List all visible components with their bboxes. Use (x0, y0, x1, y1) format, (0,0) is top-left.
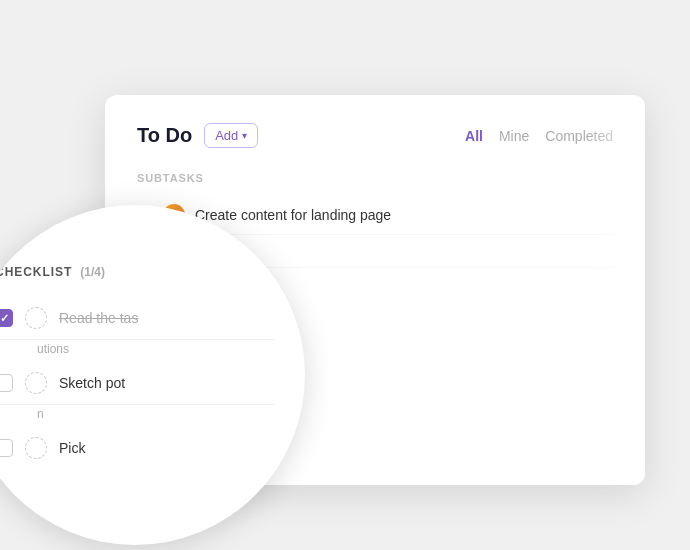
add-button[interactable]: Add ▾ (204, 123, 258, 148)
checklist-checkbox[interactable] (0, 439, 13, 457)
checklist-item-text: Pick (59, 440, 85, 456)
checklist-header: CHECKLIST (1/4) (0, 265, 275, 279)
card-title-area: To Do Add ▾ (137, 123, 258, 148)
scene: To Do Add ▾ All Mine Completed SUBTASKS … (45, 65, 645, 485)
filter-tabs: All Mine Completed (465, 128, 613, 144)
filter-tab-all[interactable]: All (465, 128, 483, 144)
assign-circle (25, 307, 47, 329)
add-button-label: Add (215, 128, 238, 143)
subtasks-section-label: SUBTASKS (137, 172, 613, 184)
subtask-text: Create content for landing page (195, 207, 391, 223)
checklist-item-text: Sketch pot (59, 375, 125, 391)
card-title: To Do (137, 124, 192, 147)
checklist-checkbox[interactable] (0, 309, 13, 327)
checklist-checkbox[interactable] (0, 374, 13, 392)
checklist-title: CHECKLIST (0, 265, 72, 279)
checklist-row: Read the tas (0, 297, 275, 340)
filter-tab-completed[interactable]: Completed (545, 128, 613, 144)
checklist-suffix-text2: n (0, 405, 275, 427)
chevron-down-icon: ▾ (242, 130, 247, 141)
checklist-count: (1/4) (80, 265, 105, 279)
assign-circle (25, 437, 47, 459)
card-header: To Do Add ▾ All Mine Completed (137, 123, 613, 148)
checklist-row: Sketch pot (0, 362, 275, 405)
checklist-item-text: Read the tas (59, 310, 138, 326)
filter-tab-mine[interactable]: Mine (499, 128, 529, 144)
checklist-row: Pick (0, 427, 275, 469)
assign-circle (25, 372, 47, 394)
checklist-suffix-text: utions (0, 340, 275, 362)
